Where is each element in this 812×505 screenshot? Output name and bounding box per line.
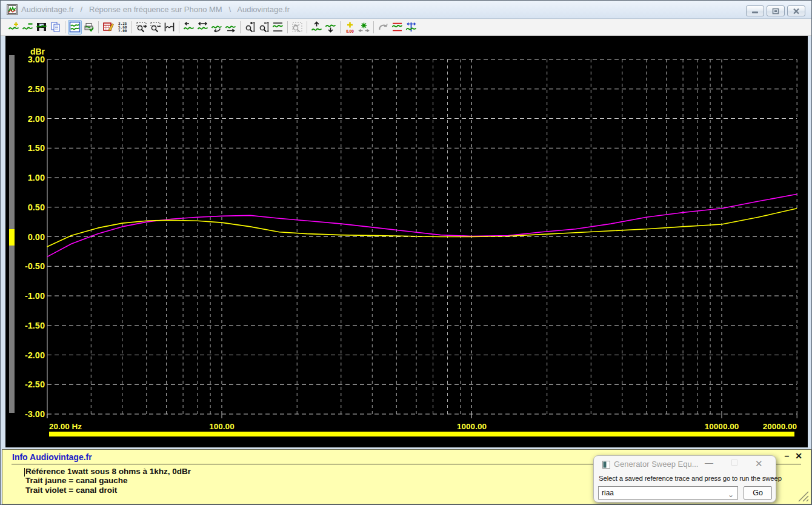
close-icon xyxy=(793,8,800,15)
svg-text:20.00 Hz: 20.00 Hz xyxy=(49,422,82,431)
svg-text:-1.50: -1.50 xyxy=(25,321,45,330)
autoscale-y-button[interactable] xyxy=(271,20,285,35)
add-trace-icon xyxy=(8,21,19,33)
save-trace-icon xyxy=(36,21,47,33)
dialog-title: Generator Sweep Equ... xyxy=(614,460,698,469)
print-traces-icon xyxy=(83,21,95,33)
save-trace-button[interactable] xyxy=(35,20,48,35)
dialog-titlebar[interactable]: Generator Sweep Equ... — ✕ xyxy=(594,456,776,472)
generator-sweep-dialog: Generator Sweep Equ... — ✕ Select a save… xyxy=(593,455,776,503)
info-line-reference: Référence 1watt sous 8 ohms à 1khz, 0dBr xyxy=(25,467,191,476)
pan-down-button[interactable] xyxy=(210,20,224,35)
svg-text:0.00: 0.00 xyxy=(346,29,354,33)
copy-trace-icon xyxy=(50,21,61,33)
frequency-response-plot: 3.002.502.001.501.000.500.00-0.50-1.00-1… xyxy=(1,36,812,447)
toolbar-separator xyxy=(287,21,288,33)
titlebar: Audiovintage.fr / Réponse en fréquence s… xyxy=(1,1,811,19)
toolbar-separator xyxy=(179,21,179,33)
fit-trace-button[interactable] xyxy=(162,20,176,35)
cursor-measure-icon xyxy=(405,21,417,33)
show-traces-icon xyxy=(69,21,81,33)
svg-text:1.50: 1.50 xyxy=(28,143,45,153)
pan-right-button[interactable] xyxy=(224,20,238,35)
show-values-icon: 3.255.607.00 xyxy=(116,21,128,33)
info-line-left-channel: Trait jaune = canal gauche xyxy=(25,476,191,485)
zoom-trace-icon xyxy=(291,21,303,33)
pan-down-icon xyxy=(211,21,222,33)
edit-data-icon xyxy=(102,21,114,33)
go-button[interactable]: Go xyxy=(744,486,772,500)
restore-icon xyxy=(772,8,779,15)
svg-text:7.00: 7.00 xyxy=(118,28,127,33)
toolbar: 3.255.607.000.00 xyxy=(1,19,811,36)
shift-down-button[interactable] xyxy=(324,20,338,35)
close-button[interactable] xyxy=(787,5,805,16)
limit-lines-button[interactable] xyxy=(390,20,404,35)
svg-text:-3.00: -3.00 xyxy=(25,409,45,419)
svg-text:1000.00: 1000.00 xyxy=(457,422,487,431)
reference-trace-select[interactable]: riaa ⌄ xyxy=(598,486,738,500)
info-panel-title: Info Audiovintage.fr xyxy=(12,452,92,462)
remove-trace-button[interactable] xyxy=(21,20,35,35)
svg-text:1.00: 1.00 xyxy=(28,173,45,182)
info-minimize-button[interactable]: – xyxy=(784,451,789,461)
pan-left-button[interactable] xyxy=(182,20,196,35)
dialog-icon xyxy=(602,461,610,469)
zero-offset-button[interactable]: 0.00 xyxy=(343,20,357,35)
svg-text:-2.00: -2.00 xyxy=(25,350,45,360)
info-line-right-channel: Trait violet = canal droit xyxy=(25,486,191,495)
sweep-progress-bar xyxy=(49,432,794,436)
text-caret xyxy=(24,468,25,477)
zoom-in-y-button[interactable] xyxy=(243,20,257,35)
zoom-trace-button xyxy=(290,20,304,35)
add-trace-button[interactable] xyxy=(7,20,21,35)
shift-up-button[interactable] xyxy=(310,20,324,35)
svg-text:0.00: 0.00 xyxy=(28,232,45,242)
reference-trace-value: riaa xyxy=(602,489,614,497)
align-traces-button[interactable] xyxy=(357,20,371,35)
zoom-out-y-button[interactable] xyxy=(257,20,271,35)
zoom-in-x-button[interactable] xyxy=(135,20,148,35)
toolbar-separator xyxy=(373,21,374,33)
print-traces-button[interactable] xyxy=(82,20,96,35)
info-close-button[interactable]: ✕ xyxy=(795,451,802,461)
toolbar-separator xyxy=(240,21,241,33)
copy-trace-button[interactable] xyxy=(48,20,62,35)
dialog-maximize-button[interactable] xyxy=(731,460,737,466)
pan-horizontal-button[interactable] xyxy=(196,20,210,35)
svg-text:10000.00: 10000.00 xyxy=(705,422,739,431)
svg-text:20000.00: 20000.00 xyxy=(763,422,797,431)
zoom-out-y-icon xyxy=(258,21,270,33)
app-window: Audiovintage.fr / Réponse en fréquence s… xyxy=(0,0,812,505)
window-title: Audiovintage.fr / Réponse en fréquence s… xyxy=(21,5,290,14)
show-traces-button[interactable] xyxy=(68,20,82,35)
dialog-minimize-button[interactable]: — xyxy=(705,458,713,467)
zoom-out-x-icon xyxy=(150,21,161,33)
cursor-measure-button[interactable] xyxy=(404,20,418,35)
svg-text:-0.50: -0.50 xyxy=(25,261,45,271)
level-meter-mark xyxy=(9,229,15,246)
chevron-down-icon: ⌄ xyxy=(728,489,734,501)
svg-text:2.00: 2.00 xyxy=(28,114,45,124)
zoom-in-y-icon xyxy=(244,21,256,33)
toolbar-separator xyxy=(307,21,307,33)
show-values-button[interactable]: 3.255.607.00 xyxy=(115,20,129,35)
align-traces-icon xyxy=(358,21,370,33)
remove-trace-icon xyxy=(22,21,33,33)
svg-text:100.00: 100.00 xyxy=(209,422,234,431)
svg-text:0.50: 0.50 xyxy=(28,202,45,212)
edit-data-button[interactable] xyxy=(101,20,115,35)
minimize-icon xyxy=(751,8,759,14)
info-text: Référence 1watt sous 8 ohms à 1khz, 0dBr… xyxy=(25,467,191,495)
restore-button[interactable] xyxy=(767,5,785,16)
dialog-close-button[interactable]: ✕ xyxy=(755,458,763,469)
autoscale-y-icon xyxy=(272,21,284,33)
rotate-trace-icon xyxy=(378,21,389,33)
minimize-button[interactable] xyxy=(746,5,764,16)
zoom-out-x-button[interactable] xyxy=(148,20,162,35)
toolbar-separator xyxy=(131,21,132,33)
svg-text:-1.00: -1.00 xyxy=(25,291,45,301)
resize-grip[interactable] xyxy=(795,488,810,503)
svg-text:dBr: dBr xyxy=(30,47,45,56)
pan-left-icon xyxy=(183,21,195,33)
